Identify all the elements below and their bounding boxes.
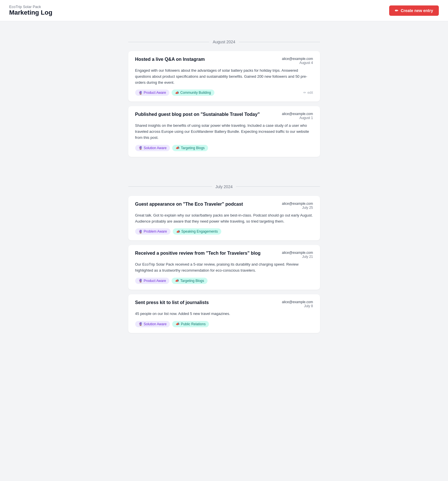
- tag: 🔮 Product Aware: [135, 278, 170, 284]
- tag-icon: 🔮: [139, 91, 143, 95]
- edit-icon: ✏: [395, 8, 398, 13]
- page-header: EcoTrip Solar Pack Marketing Log ✏ Creat…: [0, 0, 448, 21]
- tag-label: Speaking Engagements: [181, 229, 218, 233]
- tag-icon: 📣: [176, 230, 180, 233]
- tag-label: Targeting Blogs: [181, 146, 205, 150]
- section-label: August 2024: [213, 40, 235, 44]
- entry-tags: 🔮 Product Aware 📣 Community Building: [135, 89, 215, 96]
- tag: 📣 Targeting Blogs: [172, 145, 208, 151]
- entry-footer: 🔮 Solution Aware 📣 Targeting Blogs: [135, 145, 313, 151]
- create-button-label: Create new entry: [401, 8, 433, 13]
- divider-line: [239, 42, 320, 42]
- entry-meta: alice@example.com July 21: [282, 251, 313, 259]
- header-left: EcoTrip Solar Pack Marketing Log: [9, 5, 52, 16]
- divider-line: [128, 186, 212, 187]
- entry-meta: alice@example.com August 1: [282, 112, 313, 120]
- entry-tags: 🔮 Solution Aware 📣 Targeting Blogs: [135, 145, 208, 151]
- main-content: August 2024 Hosted a live Q&A on Instagr…: [124, 21, 325, 344]
- entry-title: Guest appearance on "The Eco Traveler" p…: [135, 202, 282, 207]
- tag: 🔮 Product Aware: [135, 89, 170, 96]
- section-divider-july-2024: July 2024: [128, 184, 320, 189]
- tag-icon: 📣: [175, 91, 179, 95]
- entry-date: August 1: [282, 116, 313, 120]
- entry-author: alice@example.com: [282, 202, 313, 206]
- tag-icon: 📣: [175, 279, 179, 283]
- tag-label: Product Aware: [144, 279, 166, 283]
- entry-meta: alice@example.com July 25: [282, 202, 313, 210]
- entry-title: Hosted a live Q&A on Instagram: [135, 57, 282, 62]
- tag-label: Product Aware: [144, 91, 166, 95]
- entry-date: July 21: [282, 255, 313, 259]
- tag: 🔮 Problem Aware: [135, 228, 170, 235]
- entry-title: Published guest blog post on "Sustainabl…: [135, 112, 282, 117]
- entry-tags: 🔮 Product Aware 📣 Targeting Blogs: [135, 278, 208, 284]
- edit-label: edit: [307, 91, 313, 95]
- entry-body: Shared insights on the benefits of using…: [135, 123, 313, 141]
- tag: 🔮 Solution Aware: [135, 321, 170, 327]
- entry-footer: 🔮 Product Aware 📣 Targeting Blogs: [135, 278, 313, 284]
- entry-header: Guest appearance on "The Eco Traveler" p…: [135, 202, 313, 210]
- entry-body: Engaged with our followers about the adv…: [135, 68, 313, 85]
- section-spacer: [128, 161, 320, 173]
- tag-icon: 📣: [176, 322, 180, 326]
- entry-author: alice@example.com: [282, 251, 313, 255]
- entry-title: Received a positive review from "Tech fo…: [135, 251, 282, 256]
- entry-card: Hosted a live Q&A on Instagram alice@exa…: [128, 51, 320, 102]
- create-new-entry-button[interactable]: ✏ Create new entry: [389, 5, 439, 16]
- tag: 📣 Speaking Engagements: [173, 228, 221, 235]
- entry-author: alice@example.com: [282, 57, 313, 61]
- tag-label: Targeting Blogs: [180, 279, 204, 283]
- entry-date: August 4: [282, 61, 313, 65]
- entry-header: Sent press kit to list of journalists al…: [135, 300, 313, 308]
- entry-card: Received a positive review from "Tech fo…: [128, 245, 320, 290]
- entry-body: Our EcoTrip Solar Pack received a 5-star…: [135, 262, 313, 274]
- entry-footer: 🔮 Solution Aware 📣 Public Relations: [135, 321, 313, 327]
- entry-title: Sent press kit to list of journalists: [135, 300, 282, 305]
- tag-icon: 🔮: [139, 230, 143, 233]
- entry-author: alice@example.com: [282, 300, 313, 304]
- section-label: July 2024: [216, 184, 233, 189]
- entry-tags: 🔮 Problem Aware 📣 Speaking Engagements: [135, 228, 222, 235]
- tag-label: Public Relations: [181, 322, 205, 326]
- entry-body: Great talk. Got to explain why our solar…: [135, 213, 313, 225]
- entry-tags: 🔮 Solution Aware 📣 Public Relations: [135, 321, 209, 327]
- tag-icon: 🔮: [139, 146, 143, 150]
- pencil-icon: ✏: [303, 91, 306, 95]
- entry-author: alice@example.com: [282, 112, 313, 116]
- entry-body: 45 people on our list now. Added 5 new t…: [135, 311, 313, 317]
- tag: 🔮 Solution Aware: [135, 145, 170, 151]
- entry-footer: 🔮 Problem Aware 📣 Speaking Engagements: [135, 228, 313, 235]
- entry-header: Hosted a live Q&A on Instagram alice@exa…: [135, 57, 313, 65]
- tag-icon: 🔮: [139, 322, 143, 326]
- entry-header: Received a positive review from "Tech fo…: [135, 251, 313, 259]
- page-title: Marketing Log: [9, 9, 52, 16]
- divider-line: [128, 42, 210, 42]
- tag-icon: 📣: [176, 146, 180, 150]
- section-divider-august-2024: August 2024: [128, 40, 320, 44]
- entry-card: Sent press kit to list of journalists al…: [128, 294, 320, 333]
- tag-icon: 🔮: [139, 279, 143, 283]
- tag-label: Solution Aware: [144, 146, 167, 150]
- tag: 📣 Community Building: [172, 89, 214, 96]
- entry-card: Published guest blog post on "Sustainabl…: [128, 106, 320, 157]
- tag-label: Community Building: [180, 91, 211, 95]
- entry-footer: 🔮 Product Aware 📣 Community Building ✏ e…: [135, 89, 313, 96]
- entry-card: Guest appearance on "The Eco Traveler" p…: [128, 196, 320, 241]
- tag: 📣 Targeting Blogs: [172, 278, 207, 284]
- entry-date: July 8: [282, 304, 313, 308]
- project-name: EcoTrip Solar Pack: [9, 5, 52, 9]
- entry-meta: alice@example.com July 8: [282, 300, 313, 308]
- tag: 📣 Public Relations: [172, 321, 209, 327]
- entry-date: July 25: [282, 206, 313, 210]
- entry-header: Published guest blog post on "Sustainabl…: [135, 112, 313, 120]
- entry-meta: alice@example.com August 4: [282, 57, 313, 65]
- divider-line: [236, 186, 320, 187]
- tag-label: Problem Aware: [144, 229, 167, 233]
- tag-label: Solution Aware: [144, 322, 167, 326]
- edit-button[interactable]: ✏ edit: [303, 91, 313, 95]
